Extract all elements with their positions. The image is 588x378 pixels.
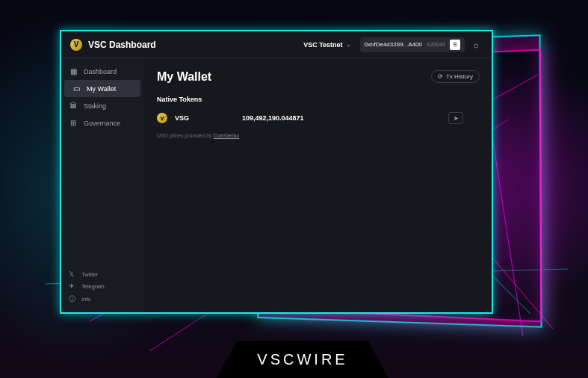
body: ▦ Dashboard ▭ My Wallet 🏛 Staking ⊞ Gove… <box>61 58 492 312</box>
telegram-icon: ✈ <box>69 282 76 290</box>
send-button[interactable]: ➤ <box>448 112 463 124</box>
sidebar: ▦ Dashboard ▭ My Wallet 🏛 Staking ⊞ Gove… <box>61 58 143 312</box>
copy-icon[interactable]: ⎘ <box>450 40 460 50</box>
native-tokens-label: Native Tokens <box>157 96 478 103</box>
social-twitter[interactable]: 𝕏 Twitter <box>61 268 143 280</box>
clock-icon: ⟳ <box>438 73 443 80</box>
app-logo: V <box>70 39 82 51</box>
address-text: 0xbfDe4d3289...A400 <box>365 41 422 48</box>
token-row: V VSG 109,492,190.044871 ➤ <box>157 109 478 127</box>
social-info[interactable]: ⓘ Info <box>61 292 143 306</box>
coingecko-link[interactable]: CoinGecko <box>213 133 239 138</box>
tx-history-label: Tx History <box>446 73 473 80</box>
send-icon: ➤ <box>454 115 459 122</box>
social-telegram[interactable]: ✈ Telegram <box>61 280 143 292</box>
sidebar-item-my-wallet[interactable]: ▭ My Wallet <box>64 80 140 97</box>
network-selector[interactable]: VSC Testnet ⌄ <box>299 38 355 52</box>
vscwire-banner: VSCWIRE <box>217 341 389 378</box>
banner-text: VSCWIRE <box>257 351 347 368</box>
social-label: Twitter <box>81 271 98 278</box>
token-logo: V <box>157 113 167 123</box>
main-content: My Wallet ⟳ Tx History Native Tokens V V… <box>143 58 492 312</box>
chevron-down-icon: ⌄ <box>346 41 351 48</box>
network-label: VSC Testnet <box>303 41 342 49</box>
social-label: Telegram <box>81 283 105 290</box>
wallet-icon: ▭ <box>72 84 81 93</box>
theme-toggle[interactable]: ☼ <box>469 38 483 52</box>
governance-icon: ⊞ <box>69 119 78 127</box>
header: V VSC Dashboard VSC Testnet ⌄ 0xbfDe4d32… <box>61 31 492 58</box>
social-label: Info <box>81 296 91 303</box>
sidebar-item-label: Dashboard <box>84 68 117 75</box>
sidebar-item-dashboard[interactable]: ▦ Dashboard <box>61 63 143 80</box>
sidebar-item-label: My Wallet <box>87 85 116 93</box>
block-number: 420044 <box>427 41 445 48</box>
sidebar-item-staking[interactable]: 🏛 Staking <box>61 97 143 114</box>
token-amount: 109,492,190.044871 <box>242 114 304 122</box>
sidebar-item-label: Staking <box>84 102 106 110</box>
sun-icon: ☼ <box>472 40 480 49</box>
page-title: My Wallet <box>157 70 478 84</box>
tx-history-button[interactable]: ⟳ Tx History <box>431 70 480 83</box>
dashboard-icon: ▦ <box>69 67 78 75</box>
price-note: USD prices provided by CoinGecko. <box>157 133 478 138</box>
sidebar-item-governance[interactable]: ⊞ Governance <box>61 114 143 131</box>
app-window: V VSC Dashboard VSC Testnet ⌄ 0xbfDe4d32… <box>60 30 493 314</box>
app-title: VSC Dashboard <box>88 40 156 50</box>
staking-icon: 🏛 <box>69 102 78 110</box>
info-icon: ⓘ <box>69 294 76 304</box>
token-symbol: VSG <box>175 114 220 122</box>
address-chip[interactable]: 0xbfDe4d3289...A400 420044 ⎘ <box>360 37 465 52</box>
twitter-icon: 𝕏 <box>69 270 76 278</box>
sidebar-item-label: Governance <box>84 120 120 127</box>
